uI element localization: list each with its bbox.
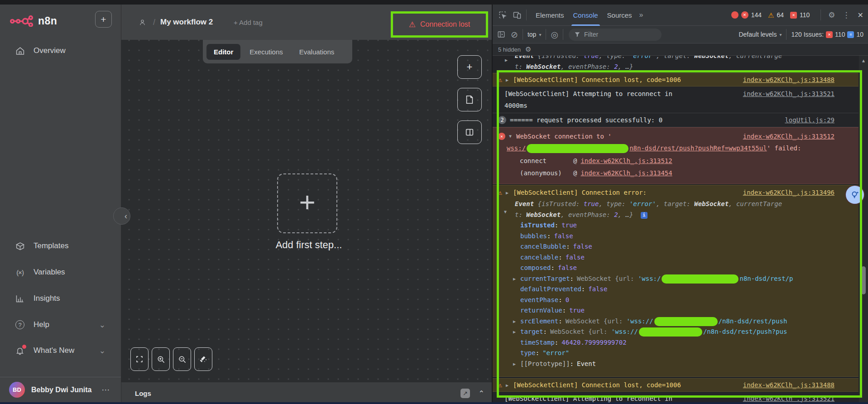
add-first-step-button[interactable]: +	[277, 173, 337, 233]
toggle-panel-button[interactable]	[457, 120, 482, 144]
workflow-title[interactable]: My workflow 2	[160, 5, 213, 40]
log-message: [WebSocketClient] Connection lost, code=…	[513, 381, 681, 389]
expand-arrow-icon[interactable]: ▶	[506, 190, 511, 195]
expand-arrow-icon[interactable]: ▶	[506, 77, 511, 82]
close-devtools-icon[interactable]: ✕	[858, 11, 863, 19]
sidebar-item-templates[interactable]: Templates	[0, 239, 121, 253]
source-link[interactable]: index-w62KClh_.js:313521	[743, 90, 834, 97]
expand-arrow-icon[interactable]: ▶	[505, 58, 510, 63]
issues-counter[interactable]: 120 Issues: ✕ 110 ≡ 10	[791, 31, 863, 38]
open-logs-popout-button[interactable]: ↗	[460, 389, 470, 398]
colon: :	[566, 241, 570, 252]
url-link[interactable]: wss:/	[507, 144, 526, 152]
console-log-area[interactable]: ▶ Event {isTrusted: true, type: 'error',…	[493, 56, 868, 404]
new-workflow-button[interactable]: +	[95, 11, 112, 28]
devtools-tab-console[interactable]: Console	[569, 5, 603, 26]
expand-logs-button[interactable]: ⌃	[479, 389, 484, 398]
source-link[interactable]: index-w62KClh_.js:313488	[743, 76, 834, 83]
source-link[interactable]: index-w62KClh_.js:313512	[580, 155, 672, 167]
error-circle-icon: ✕	[498, 133, 505, 140]
tidy-up-button[interactable]	[194, 347, 212, 371]
colon: :	[570, 274, 574, 284]
user-menu-dots-icon[interactable]: ⋯	[101, 385, 110, 395]
expand-arrow-icon[interactable]: ▶	[513, 327, 520, 337]
source-link[interactable]: logUtil.js:29	[785, 116, 834, 124]
sidebar-item-whats-new[interactable]: What's New ⌄	[0, 343, 121, 358]
source-link[interactable]: index-w62KClh_.js:313521	[743, 395, 834, 402]
scrollbar-thumb[interactable]	[861, 266, 866, 294]
collapse-arrow-icon[interactable]: ▼	[504, 209, 509, 217]
add-node-button[interactable]: +	[457, 55, 482, 79]
add-sticky-note-button[interactable]	[457, 88, 482, 111]
sidebar-item-insights[interactable]: Insights	[0, 291, 121, 306]
tab-executions[interactable]: Executions	[242, 44, 290, 60]
console-filter-input[interactable]: Filter	[569, 29, 662, 41]
property-value: 0	[566, 295, 569, 306]
execution-context-selector[interactable]: top ▾	[528, 31, 542, 38]
explain-error-ai-button[interactable]	[846, 186, 864, 204]
expand-arrow-icon[interactable]: ▶	[506, 383, 511, 388]
console-scrollbar[interactable]: ▲	[859, 56, 868, 404]
warning-triangle-icon: ⚠	[498, 381, 502, 389]
sidebar-item-variables[interactable]: (×) Variables	[0, 265, 121, 279]
property-row[interactable]: ▶target:WebSocket {url: 'wss:///n8n-dsd/…	[498, 327, 834, 337]
sidebar-item-overview[interactable]: Overview	[0, 43, 121, 58]
clear-console-icon[interactable]: ⊘	[511, 29, 518, 40]
collapse-arrow-icon[interactable]: ▼	[509, 134, 514, 139]
function-name: connect	[520, 155, 573, 167]
expand-arrow-icon[interactable]: ▶	[513, 316, 520, 327]
zoom-in-button[interactable]	[152, 347, 170, 371]
arrow-spacer	[513, 220, 520, 231]
tab-evaluations[interactable]: Evaluations	[292, 44, 342, 60]
devtools-tab-elements[interactable]: Elements	[531, 5, 569, 26]
scrollbar-up-arrow[interactable]: ▲	[859, 58, 868, 63]
property-name: timeStamp	[520, 337, 555, 348]
more-tabs-icon[interactable]: »	[639, 11, 643, 19]
device-toolbar-icon[interactable]	[513, 10, 522, 19]
property-row[interactable]: ▶currentTarget:WebSocket {url: 'wss:/n8n…	[498, 274, 834, 284]
source-link[interactable]: index-w62KClh_.js:313512	[743, 133, 834, 140]
chevron-down-icon: ⌄	[99, 320, 106, 330]
workflow-canvas[interactable]: / My workflow 2 + Add tag Editor Executi…	[121, 5, 492, 404]
arrow-spacer	[513, 295, 520, 306]
filter-settings-gear-icon[interactable]: ⚙	[525, 45, 531, 53]
url-link[interactable]: n8n-dsd/rest/push?pushRef=wwp34t55ul	[629, 144, 767, 152]
log-message-wrap: 4000ms	[498, 100, 834, 111]
console-sidebar-toggle-icon[interactable]	[497, 30, 505, 38]
message-count[interactable]: 110	[800, 11, 810, 19]
log-levels-dropdown[interactable]: Default levels ▾	[739, 31, 782, 38]
zoom-out-button[interactable]	[173, 347, 191, 371]
devtools-tab-sources[interactable]: Sources	[603, 5, 637, 26]
settings-gear-icon[interactable]: ⚙	[828, 10, 835, 20]
colon: :	[558, 316, 562, 327]
error-count[interactable]: 144	[751, 11, 762, 19]
chevron-down-icon: ▾	[539, 32, 541, 37]
property-row: defaultPrevented:false	[498, 284, 834, 295]
inspect-element-icon[interactable]	[498, 10, 507, 19]
expand-arrow-icon[interactable]: ▶	[513, 359, 520, 370]
source-link[interactable]: index-w62KClh_.js:313488	[743, 381, 834, 389]
property-name: cancelable	[520, 252, 558, 263]
fit-view-button[interactable]	[130, 347, 149, 371]
property-row[interactable]: ▶[[Prototype]]:Event	[498, 359, 834, 370]
property-row[interactable]: ▶srcElement:WebSocket {url: 'wss:///n8n-…	[498, 316, 834, 327]
kebab-menu-icon[interactable]: ⋮	[843, 10, 850, 20]
property-value: true	[569, 305, 585, 316]
object-preview-line: ▼ t: WebSocket, eventPhase: 2, …} i	[498, 209, 834, 220]
error-count-icon: ✕	[741, 11, 748, 19]
sidebar-item-help[interactable]: ? Help ⌄	[0, 317, 121, 332]
expand-arrow-icon[interactable]: ▶	[513, 274, 520, 284]
sidebar-collapse-handle[interactable]: ‹	[113, 207, 130, 225]
live-expression-eye-icon[interactable]: ◎	[551, 29, 558, 40]
source-link[interactable]: index-w62KClh_.js:313454	[580, 167, 672, 179]
user-menu[interactable]: BD Bebby Dwi Junita ⋯	[0, 377, 121, 402]
property-name: returnValue	[520, 305, 562, 316]
property-value: WebSocket {url: 'wss:///n8n-dsd/rest/pus…	[550, 327, 787, 337]
source-link[interactable]: index-w62KClh_.js:313496	[743, 189, 834, 196]
tab-editor[interactable]: Editor	[206, 44, 240, 60]
n8n-logo[interactable]: n8n	[10, 12, 57, 30]
warning-count[interactable]: 64	[777, 11, 784, 19]
add-tag-button[interactable]: + Add tag	[234, 5, 263, 40]
info-icon[interactable]: i	[641, 212, 647, 219]
logs-panel-header[interactable]: Logs ↗ ⌃	[121, 382, 492, 404]
